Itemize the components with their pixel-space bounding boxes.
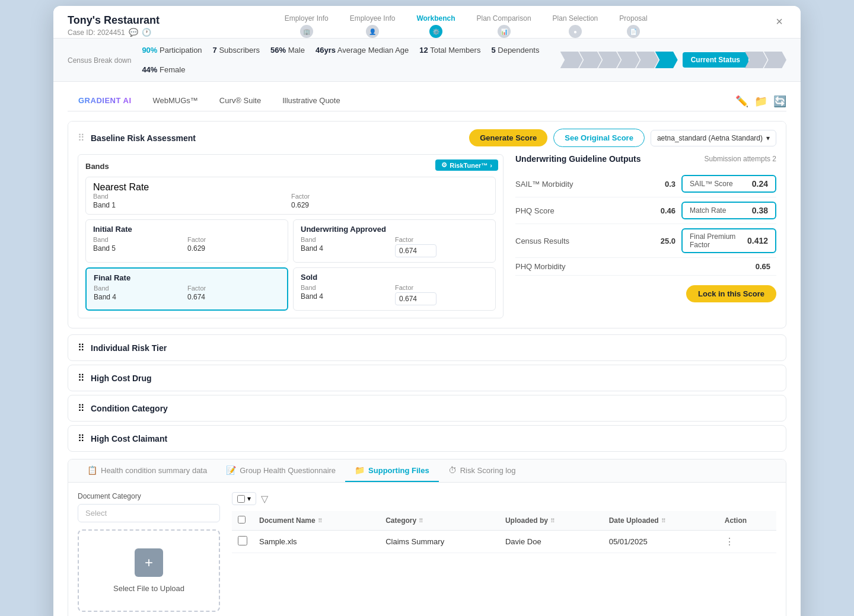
comment-icon[interactable]: 💬 [129,28,138,37]
refresh-icon[interactable]: 🔄 [773,95,786,108]
plan-selection-icon: ● [569,25,582,38]
main-tabs: GRADIENT AI WebMUGs™ Curv® Suite Illustr… [68,91,786,111]
row-action-menu[interactable]: ⋮ [725,537,734,547]
sold-input[interactable] [395,292,436,305]
condition-category-label: Condition Category [91,404,168,413]
match-rate-input[interactable]: Match Rate 0.38 [681,202,776,219]
uw-title: Underwriting Guideline Outputs [515,154,641,164]
header-checkbox[interactable] [238,516,246,524]
median-age-stat: 46yrs Average Median Age [316,46,409,55]
company-name: Tony's Restaurant [68,14,160,27]
tab-actions: ✏️ 📁 🔄 [735,95,786,108]
upload-text: Select File to Upload [113,584,184,593]
baseline-title: Baseline Risk Assessment [91,133,196,143]
subscribers-stat: 7 Subscribers [213,46,260,55]
high-cost-drug-section[interactable]: ⠿ High Cost Drug [68,365,786,391]
sort-category-icon[interactable]: ⠿ [419,518,423,524]
uw-header: Underwriting Guideline Outputs Submissio… [515,154,776,164]
high-cost-claimant-section[interactable]: ⠿ High Cost Claimant [68,425,786,452]
sail-score-input[interactable]: SAIL™ Score 0.24 [681,175,776,193]
underwriting-approved-box: Underwriting Approved Band Factor Band 4 [293,219,496,263]
checkbox-chevron-icon[interactable]: ▾ [247,494,251,503]
btab-group-health[interactable]: 📝 Group Health Questionnaire [216,459,345,482]
select-all-checkbox[interactable] [237,495,245,503]
see-original-score-button[interactable]: See Original Score [553,129,645,147]
final-premium-input[interactable]: Final Premium Factor 0.412 [681,228,776,253]
phq-morbidity-label: PHQ Morbidity [515,262,741,271]
document-table-panel: ▾ ▽ Document Na [232,492,776,612]
nav-step-employee[interactable]: Employee Info 👤 [339,14,406,38]
band-grid: Initial Rate Band Factor Band 5 0.629 Un… [85,219,496,311]
condition-category-section[interactable]: ⠿ Condition Category [68,395,786,422]
plan-comparison-icon: 📊 [498,25,511,38]
nav-step-workbench[interactable]: Workbench ⚙️ [406,14,466,38]
baseline-header[interactable]: ⠿ Baseline Risk Assessment Generate Scor… [68,122,786,154]
risk-tuner-badge[interactable]: ⚙ RiskTuner™ › [435,159,498,171]
th-doc-name: Document Name ⠿ [253,511,380,531]
phq-morbidity-value: 0.65 [741,262,770,271]
step-nav: Employer Info 🏢 Employee Info 👤 Workbenc… [160,14,772,38]
sold-title: Sold [301,273,488,282]
submission-attempts: Submission attempts 2 [705,155,776,163]
drag-icon-4: ⠿ [78,433,85,444]
phq-score-label: PHQ Score [515,206,646,215]
individual-risk-tier-section[interactable]: ⠿ Individual Risk Tier [68,334,786,361]
th-category: Category ⠿ [380,511,499,531]
filter-icon[interactable]: ▽ [261,493,268,505]
health-condition-icon: 📋 [87,465,97,475]
document-upload-panel: Document Category Select + Select File t… [78,492,220,612]
uw-row-phq-morbidity: PHQ Morbidity 0.65 [515,258,776,276]
nav-step-employer[interactable]: Employer Info 🏢 [274,14,339,38]
initial-rate-title: Initial Rate [93,225,281,234]
census-info: 90% Participation 7 Subscribers 56% Male… [142,46,563,74]
baseline-body: Bands ⚙ RiskTuner™ › Nearest Rate Band F… [68,154,786,328]
underwriting-approved-title: Underwriting Approved [301,225,488,234]
uploaded-by-cell: Davie Doe [499,531,603,553]
female-stat: 44% Female [142,65,185,74]
lock-score-button[interactable]: Lock in this Score [686,285,776,302]
census-results-label: Census Results [515,237,646,245]
documents-table: Document Name ⠿ Category ⠿ [232,511,776,553]
folder-icon[interactable]: 📁 [754,95,767,108]
current-status-badge: Current Status [683,52,748,68]
sort-uploaded-by-icon[interactable]: ⠿ [550,518,555,524]
individual-risk-tier-label: Individual Risk Tier [91,343,167,353]
uw-row-census: Census Results 25.0 Final Premium Factor… [515,224,776,258]
tab-curv-suite[interactable]: Curv® Suite [209,91,272,111]
nearest-rate-title: Nearest Rate [93,182,488,193]
btab-risk-scoring[interactable]: ⏱ Risk Scoring log [439,459,525,482]
drag-icon-2: ⠿ [78,372,85,384]
close-button[interactable]: × [772,14,786,28]
upload-area[interactable]: + Select File to Upload [78,529,220,612]
nav-step-plan-comparison[interactable]: Plan Comparison 📊 [466,14,542,38]
sort-date-icon[interactable]: ⠿ [661,518,665,524]
checkbox-dropdown[interactable]: ▾ [232,492,256,505]
bottom-section: 📋 Health condition summary data 📝 Group … [68,459,786,616]
doc-name-cell: Sample.xls [253,531,380,553]
bands-panel: Bands ⚙ RiskTuner™ › Nearest Rate Band F… [78,154,504,318]
nav-step-plan-selection[interactable]: Plan Selection ● [542,14,609,38]
th-date-uploaded: Date Uploaded ⠿ [603,511,719,531]
total-members-stat: 12 Total Members [419,46,480,55]
tab-illustrative-quote[interactable]: Illustrative Quote [272,91,351,111]
tab-webmugs[interactable]: WebMUGs™ [142,91,209,111]
btab-health-condition[interactable]: 📋 Health condition summary data [78,459,216,482]
generate-score-button[interactable]: Generate Score [469,129,547,146]
edit-icon[interactable]: ✏️ [735,95,748,108]
company-info: Tony's Restaurant Case ID: 2024451 💬 🕐 [68,14,160,37]
date-uploaded-cell: 05/01/2025 [603,531,719,553]
drag-icon: ⠿ [78,342,85,353]
bottom-tabs: 📋 Health condition summary data 📝 Group … [68,459,786,483]
tab-gradient-ai[interactable]: GRADIENT AI [68,91,142,111]
standard-dropdown[interactable]: aetna_standard (Aetna Standard) ▾ [651,130,776,146]
sort-doc-name-icon[interactable]: ⠿ [318,518,322,524]
btab-supporting-files[interactable]: 📁 Supporting Files [345,459,439,482]
underwriting-approved-input[interactable] [395,244,436,257]
history-icon[interactable]: 🕐 [142,28,151,37]
baseline-section: ⠿ Baseline Risk Assessment Generate Scor… [68,121,786,328]
doc-category-select[interactable]: Select [78,504,220,522]
nav-step-proposal[interactable]: Proposal 📄 [608,14,658,38]
row-checkbox[interactable] [238,536,247,545]
male-stat: 56% Male [270,46,305,55]
workbench-icon: ⚙️ [429,25,442,38]
